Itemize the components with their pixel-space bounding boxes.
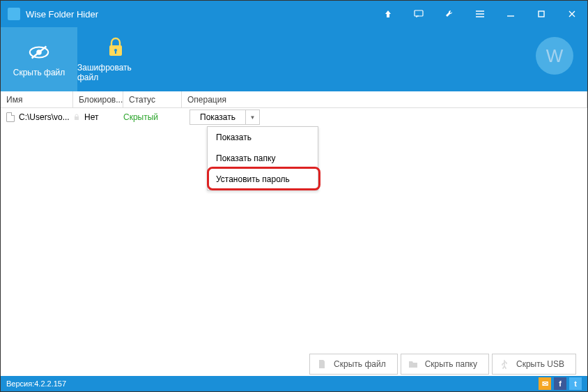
lock-icon — [105, 36, 127, 59]
toolbar: Скрыть файл Зашифровать файл W — [1, 27, 587, 91]
tab-encrypt-file-label: Зашифровать файл — [77, 63, 154, 82]
lock-mini-icon — [73, 114, 80, 121]
maximize-button[interactable] — [526, 1, 557, 27]
eye-off-icon — [28, 41, 50, 63]
cell-lock: Нет — [84, 112, 98, 122]
col-name[interactable]: Имя — [1, 91, 73, 107]
menu-show-folder[interactable]: Показать папку — [208, 148, 318, 169]
hide-file-label: Скрыть файл — [334, 359, 386, 369]
close-button[interactable] — [557, 1, 587, 27]
tab-encrypt-file[interactable]: Зашифровать файл — [77, 27, 154, 91]
file-icon — [6, 112, 15, 122]
context-menu: Показать Показать папку Установить парол… — [207, 126, 318, 190]
col-lock[interactable]: Блокиров... — [73, 91, 123, 107]
app-icon — [8, 8, 20, 20]
mail-icon[interactable]: ✉ — [539, 377, 551, 390]
svg-rect-0 — [415, 10, 423, 16]
window-title: Wise Folder Hider — [26, 9, 373, 20]
col-status[interactable]: Статус — [123, 91, 182, 107]
hide-folder-label: Скрыть папку — [425, 359, 477, 369]
svg-rect-1 — [539, 11, 544, 17]
version-text: Версия:4.2.2.157 — [6, 379, 536, 388]
feedback-icon[interactable] — [403, 1, 434, 27]
operation-label[interactable]: Показать — [190, 110, 245, 124]
upgrade-icon[interactable] — [373, 1, 403, 27]
title-bar: Wise Folder Hider — [1, 1, 587, 27]
folder-icon — [408, 359, 418, 369]
minimize-button[interactable] — [495, 1, 526, 27]
tab-hide-file[interactable]: Скрыть файл — [1, 27, 77, 91]
menu-icon[interactable] — [465, 1, 495, 27]
svg-rect-6 — [115, 51, 116, 54]
svg-rect-7 — [75, 116, 79, 120]
tab-hide-file-label: Скрыть файл — [13, 68, 65, 77]
status-bar: Версия:4.2.2.157 ✉ f t — [1, 376, 587, 391]
operation-dropdown[interactable]: ▼ — [245, 110, 259, 124]
col-operation[interactable]: Операция — [182, 91, 587, 107]
bottom-buttons: Скрыть файл Скрыть папку Скрыть USB — [309, 354, 576, 375]
brand-logo: W — [536, 37, 573, 75]
tools-icon[interactable] — [434, 1, 465, 27]
hide-folder-button[interactable]: Скрыть папку — [401, 354, 489, 375]
usb-icon — [500, 359, 509, 369]
table-row[interactable]: C:\Users\vo... Нет Скрытый Показать ▼ — [1, 108, 587, 126]
hide-file-button[interactable]: Скрыть файл — [309, 354, 398, 375]
menu-set-password[interactable]: Установить пароль — [208, 169, 318, 190]
hide-usb-button[interactable]: Скрыть USB — [492, 354, 576, 375]
cell-name: C:\Users\vo... — [19, 112, 73, 122]
file-icon — [317, 359, 327, 369]
operation-button[interactable]: Показать ▼ — [189, 110, 260, 125]
twitter-icon[interactable]: t — [569, 377, 582, 390]
cell-status: Скрытый — [123, 112, 182, 122]
menu-show[interactable]: Показать — [208, 127, 318, 148]
hide-usb-label: Скрыть USB — [516, 359, 564, 369]
column-headers: Имя Блокиров... Статус Операция — [1, 91, 587, 108]
facebook-icon[interactable]: f — [554, 377, 566, 390]
